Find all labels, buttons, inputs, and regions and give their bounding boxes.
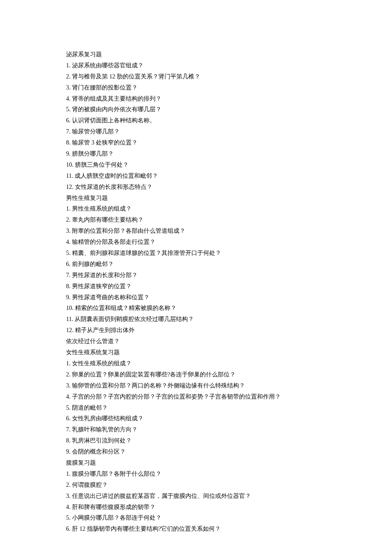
question-item: 9. 膀胱分哪几部？ <box>66 148 330 159</box>
question-item: 9. 会阴的概念和分区？ <box>66 446 330 457</box>
section-heading: 泌尿系复习题 <box>66 49 330 60</box>
question-item: 5. 小网膜分哪几部？各部连于何处？ <box>66 512 330 523</box>
section-heading: 男性生殖复习题 <box>66 193 330 204</box>
question-item: 7. 男性尿道的长度和分部？ <box>66 270 330 281</box>
question-item: 1. 腹膜分哪几部？各附于什么部位？ <box>66 468 330 480</box>
question-item: 12. 女性尿道的长度和形态特点？ <box>66 182 330 193</box>
question-item: 2. 睾丸内部有哪些主要结构？ <box>66 214 330 225</box>
question-item: 6. 女性乳房由哪些结构组成？ <box>66 413 330 424</box>
question-item: 11. 成人膀胱空虚时的位置和毗邻？ <box>66 171 330 182</box>
question-item: 6. 前列腺的毗邻？ <box>66 259 330 270</box>
question-item: 3. 肾门在腰部的投影位置？ <box>66 82 330 93</box>
question-item: 2. 肾与椎骨及第 12 肋的位置关系？肾门平第几椎？ <box>66 71 330 82</box>
question-item: 2. 何谓腹膜腔？ <box>66 480 330 491</box>
question-item: 4. 肾蒂的组成及其主要结构的排列？ <box>66 93 330 104</box>
question-item: 10. 精索的位置和组成？精索被膜的名称？ <box>66 303 330 314</box>
question-item: 3. 任意说出已讲过的腹盆腔某器官，属于腹膜内位、间位或外位器官？ <box>66 491 330 502</box>
question-item: 9. 男性尿道弯曲的名称和位置？ <box>66 292 330 303</box>
question-item: 8. 乳房淋巴引流到何处？ <box>66 435 330 446</box>
question-item: 1. 泌尿系统由哪些器官组成？ <box>66 60 330 71</box>
question-item: 11. 从阴囊表面切到鞘膜腔依次经过哪几层结构？ <box>66 314 330 325</box>
section-peritoneum: 腹膜复习题 1. 腹膜分哪几部？各附于什么部位？ 2. 何谓腹膜腔？ 3. 任意… <box>66 457 330 535</box>
section-female-reproductive: 女性生殖系统复习题 1. 女性生殖系统的组成？ 2. 卵巢的位置？卵巢的固定装置… <box>66 347 330 457</box>
question-item: 1. 男性生殖系统的组成？ <box>66 203 330 214</box>
section-urinary: 泌尿系复习题 1. 泌尿系统由哪些器官组成？ 2. 肾与椎骨及第 12 肋的位置… <box>66 49 330 193</box>
section-heading: 腹膜复习题 <box>66 457 330 468</box>
question-item: 10. 膀胱三角位于何处？ <box>66 159 330 171</box>
question-item: 5. 阴道的毗邻？ <box>66 402 330 413</box>
question-item: 5. 肾的被膜由内向外依次有哪几层？ <box>66 104 330 115</box>
question-item: 2. 卵巢的位置？卵巢的固定装置有哪些?各连于卵巢的什么部位？ <box>66 369 330 380</box>
question-item: 12. 精子从产生到排出体外 <box>66 325 330 336</box>
question-item: 7. 乳腺叶和输乳管的方向？ <box>66 424 330 435</box>
section-male-reproductive: 男性生殖复习题 1. 男性生殖系统的组成？ 2. 睾丸内部有哪些主要结构？ 3.… <box>66 193 330 347</box>
section-heading: 女性生殖系统复习题 <box>66 347 330 358</box>
question-item: 8. 男性尿道狭窄的位置？ <box>66 281 330 292</box>
question-item: 3. 附睾的位置和分部？各部由什么管道组成？ <box>66 225 330 237</box>
question-item: 依次经过什么管道？ <box>66 336 330 347</box>
document-page: 泌尿系复习题 1. 泌尿系统由哪些器官组成？ 2. 肾与椎骨及第 12 肋的位置… <box>66 49 330 535</box>
question-item: 4. 子宫的分部？子宫内腔的分部？子宫的位置和姿势？子宫各韧带的位置和作用？ <box>66 391 330 402</box>
question-item: 4. 肝和脾有哪些腹膜形成的韧带？ <box>66 502 330 513</box>
question-item: 8. 输尿管 3 处狭窄的位置？ <box>66 137 330 148</box>
question-item: 3. 输卵管的位置和分部？两口的名称？外侧端边缘有什么特殊结构？ <box>66 380 330 391</box>
question-item: 1. 女性生殖系统的组成？ <box>66 358 330 369</box>
question-item: 4. 输精管的分部及各部走行位置？ <box>66 237 330 248</box>
question-item: 6. 肝 12 指肠韧带内有哪些主要结构?它们的位置关系如何？ <box>66 523 330 535</box>
question-item: 5. 精囊、前列腺和尿道球腺的位置？其排泄管开口于何处？ <box>66 248 330 259</box>
question-item: 7. 输尿管分哪几部？ <box>66 126 330 137</box>
question-item: 6. 认识肾切面图上各种结构名称。 <box>66 115 330 126</box>
